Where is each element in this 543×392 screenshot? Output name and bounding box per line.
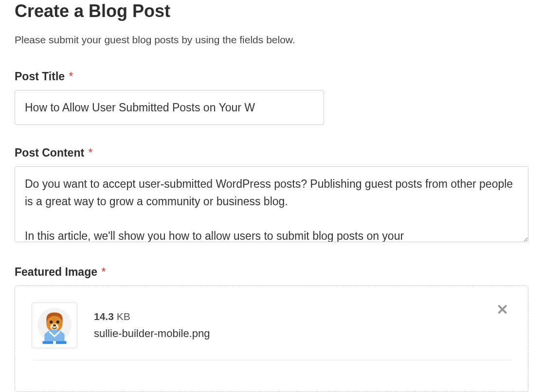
post-title-input[interactable] <box>15 90 324 125</box>
svg-point-3 <box>56 321 59 323</box>
blog-post-form: Create a Blog Post Please submit your gu… <box>0 0 543 392</box>
file-size-unit: KB <box>117 311 130 322</box>
svg-point-5 <box>53 324 56 327</box>
required-asterisk: * <box>89 146 93 159</box>
featured-image-label-text: Featured Image <box>15 266 97 278</box>
post-title-label-text: Post Title <box>15 70 65 83</box>
required-asterisk: * <box>69 70 73 83</box>
featured-image-field: Featured Image * <box>15 266 528 392</box>
thumbnail-icon <box>32 303 77 348</box>
file-name: sullie-builder-mobile.png <box>94 327 477 340</box>
post-content-label: Post Content * <box>15 146 528 160</box>
file-size: 14.3 KB <box>94 311 477 322</box>
required-asterisk: * <box>101 266 106 278</box>
form-description: Please submit your guest blog posts by u… <box>15 33 528 47</box>
form-title: Create a Blog Post <box>15 0 528 23</box>
file-meta: 14.3 KB sullie-builder-mobile.png <box>94 311 477 340</box>
post-content-label-text: Post Content <box>15 146 84 159</box>
post-title-label: Post Title * <box>15 70 528 83</box>
post-content-field: Post Content * Do you want to accept use… <box>15 146 528 244</box>
file-dropzone[interactable]: 14.3 KB sullie-builder-mobile.png ✕ <box>15 285 528 392</box>
file-size-value: 14.3 <box>94 311 114 322</box>
post-title-field: Post Title * <box>15 70 528 125</box>
file-entry: 14.3 KB sullie-builder-mobile.png ✕ <box>32 303 511 360</box>
file-thumbnail <box>32 303 77 348</box>
svg-rect-7 <box>53 341 56 344</box>
svg-point-2 <box>50 321 53 323</box>
file-remove-button[interactable]: ✕ <box>493 303 511 317</box>
featured-image-label: Featured Image * <box>15 266 528 279</box>
post-content-textarea[interactable]: Do you want to accept user-submitted Wor… <box>15 166 528 242</box>
